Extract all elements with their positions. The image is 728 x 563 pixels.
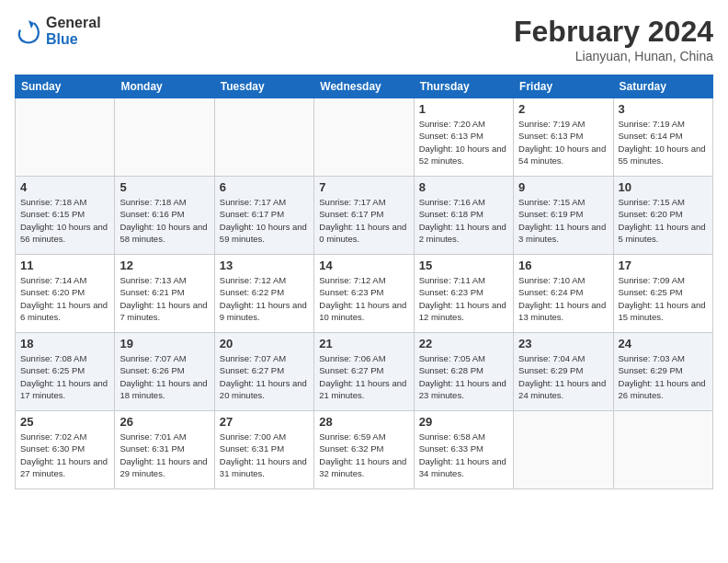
day-info: Sunrise: 7:19 AMSunset: 6:13 PMDaylight:…: [518, 118, 608, 167]
calendar-cell: [613, 411, 712, 489]
calendar-cell: 11Sunrise: 7:14 AMSunset: 6:20 PMDayligh…: [16, 255, 115, 333]
weekday-header: Sunday: [16, 75, 115, 98]
weekday-header: Friday: [514, 75, 613, 98]
weekday-header: Tuesday: [214, 75, 313, 98]
day-number: 11: [20, 259, 109, 272]
logo: General Blue: [15, 15, 101, 48]
calendar-cell: [115, 98, 214, 177]
weekday-header: Thursday: [414, 75, 513, 98]
calendar-cell: 29Sunrise: 6:58 AMSunset: 6:33 PMDayligh…: [414, 411, 513, 489]
day-number: 13: [220, 259, 309, 272]
day-number: 1: [419, 102, 508, 116]
day-number: 12: [119, 259, 209, 272]
calendar-cell: 12Sunrise: 7:13 AMSunset: 6:21 PMDayligh…: [115, 255, 214, 333]
day-info: Sunrise: 7:15 AMSunset: 6:20 PMDaylight:…: [619, 196, 708, 245]
day-info: Sunrise: 7:19 AMSunset: 6:14 PMDaylight:…: [619, 118, 708, 167]
calendar-cell: [314, 98, 414, 177]
day-number: 3: [619, 102, 708, 116]
calendar-cell: 3Sunrise: 7:19 AMSunset: 6:14 PMDaylight…: [613, 98, 712, 177]
day-number: 2: [518, 102, 608, 116]
day-number: 25: [20, 415, 109, 429]
logo-text: General Blue: [46, 15, 101, 48]
calendar-week-row: 4Sunrise: 7:18 AMSunset: 6:15 PMDaylight…: [16, 177, 713, 255]
day-number: 4: [20, 180, 109, 194]
day-info: Sunrise: 7:11 AMSunset: 6:23 PMDaylight:…: [419, 274, 508, 323]
calendar-cell: 7Sunrise: 7:17 AMSunset: 6:17 PMDaylight…: [314, 177, 414, 255]
calendar-cell: 6Sunrise: 7:17 AMSunset: 6:17 PMDaylight…: [214, 177, 313, 255]
calendar-cell: 4Sunrise: 7:18 AMSunset: 6:15 PMDaylight…: [16, 177, 115, 255]
day-number: 20: [220, 337, 309, 350]
day-info: Sunrise: 7:20 AMSunset: 6:13 PMDaylight:…: [419, 118, 508, 167]
calendar-week-row: 1Sunrise: 7:20 AMSunset: 6:13 PMDaylight…: [16, 98, 713, 177]
calendar-cell: 26Sunrise: 7:01 AMSunset: 6:31 PMDayligh…: [115, 411, 214, 489]
day-number: 29: [419, 415, 508, 429]
calendar-cell: [514, 411, 613, 489]
calendar-cell: 19Sunrise: 7:07 AMSunset: 6:26 PMDayligh…: [115, 333, 214, 411]
day-info: Sunrise: 7:07 AMSunset: 6:27 PMDaylight:…: [220, 352, 309, 401]
day-info: Sunrise: 7:02 AMSunset: 6:30 PMDaylight:…: [20, 431, 109, 479]
weekday-header: Wednesday: [314, 75, 414, 98]
calendar-cell: 18Sunrise: 7:08 AMSunset: 6:25 PMDayligh…: [16, 333, 115, 411]
month-title: February 2024: [514, 15, 713, 49]
day-number: 19: [119, 337, 209, 350]
day-info: Sunrise: 7:09 AMSunset: 6:25 PMDaylight:…: [619, 274, 708, 323]
day-number: 16: [518, 259, 608, 272]
calendar-cell: 20Sunrise: 7:07 AMSunset: 6:27 PMDayligh…: [214, 333, 313, 411]
day-number: 6: [220, 180, 309, 194]
day-number: 10: [619, 180, 708, 194]
calendar-cell: 15Sunrise: 7:11 AMSunset: 6:23 PMDayligh…: [414, 255, 513, 333]
day-info: Sunrise: 7:01 AMSunset: 6:31 PMDaylight:…: [119, 431, 209, 479]
day-info: Sunrise: 7:08 AMSunset: 6:25 PMDaylight:…: [20, 352, 109, 401]
day-number: 21: [319, 337, 408, 350]
day-info: Sunrise: 7:16 AMSunset: 6:18 PMDaylight:…: [419, 196, 508, 245]
calendar-cell: [16, 98, 115, 177]
day-number: 22: [419, 337, 508, 350]
day-number: 8: [419, 180, 508, 194]
calendar-cell: 22Sunrise: 7:05 AMSunset: 6:28 PMDayligh…: [414, 333, 513, 411]
day-info: Sunrise: 7:13 AMSunset: 6:21 PMDaylight:…: [119, 274, 209, 323]
day-info: Sunrise: 7:12 AMSunset: 6:23 PMDaylight:…: [319, 274, 408, 323]
calendar-cell: 28Sunrise: 6:59 AMSunset: 6:32 PMDayligh…: [314, 411, 414, 489]
day-info: Sunrise: 7:15 AMSunset: 6:19 PMDaylight:…: [518, 196, 608, 245]
calendar-cell: 13Sunrise: 7:12 AMSunset: 6:22 PMDayligh…: [214, 255, 313, 333]
calendar-cell: 25Sunrise: 7:02 AMSunset: 6:30 PMDayligh…: [16, 411, 115, 489]
calendar-cell: 24Sunrise: 7:03 AMSunset: 6:29 PMDayligh…: [613, 333, 712, 411]
calendar-cell: 27Sunrise: 7:00 AMSunset: 6:31 PMDayligh…: [214, 411, 313, 489]
day-number: 7: [319, 180, 408, 194]
day-info: Sunrise: 7:00 AMSunset: 6:31 PMDaylight:…: [220, 431, 309, 479]
day-number: 23: [518, 337, 608, 350]
day-info: Sunrise: 7:17 AMSunset: 6:17 PMDaylight:…: [220, 196, 309, 245]
calendar-cell: 2Sunrise: 7:19 AMSunset: 6:13 PMDaylight…: [514, 98, 613, 177]
day-info: Sunrise: 6:59 AMSunset: 6:32 PMDaylight:…: [319, 431, 408, 479]
calendar-cell: 17Sunrise: 7:09 AMSunset: 6:25 PMDayligh…: [613, 255, 712, 333]
calendar-cell: 21Sunrise: 7:06 AMSunset: 6:27 PMDayligh…: [314, 333, 414, 411]
day-number: 18: [20, 337, 109, 350]
day-info: Sunrise: 7:17 AMSunset: 6:17 PMDaylight:…: [319, 196, 408, 245]
logo-icon: [15, 17, 42, 45]
calendar-cell: 16Sunrise: 7:10 AMSunset: 6:24 PMDayligh…: [514, 255, 613, 333]
day-number: 28: [319, 415, 408, 429]
location: Lianyuan, Hunan, China: [514, 49, 713, 63]
title-section: February 2024 Lianyuan, Hunan, China: [514, 15, 713, 63]
calendar: SundayMondayTuesdayWednesdayThursdayFrid…: [15, 75, 713, 489]
calendar-cell: 1Sunrise: 7:20 AMSunset: 6:13 PMDaylight…: [414, 98, 513, 177]
day-number: 17: [619, 259, 708, 272]
day-number: 15: [419, 259, 508, 272]
day-number: 24: [619, 337, 708, 350]
day-info: Sunrise: 7:18 AMSunset: 6:15 PMDaylight:…: [20, 196, 109, 245]
calendar-cell: 10Sunrise: 7:15 AMSunset: 6:20 PMDayligh…: [613, 177, 712, 255]
day-info: Sunrise: 7:05 AMSunset: 6:28 PMDaylight:…: [419, 352, 508, 401]
calendar-cell: [214, 98, 313, 177]
day-info: Sunrise: 7:06 AMSunset: 6:27 PMDaylight:…: [319, 352, 408, 401]
calendar-cell: 8Sunrise: 7:16 AMSunset: 6:18 PMDaylight…: [414, 177, 513, 255]
day-info: Sunrise: 7:10 AMSunset: 6:24 PMDaylight:…: [518, 274, 608, 323]
calendar-cell: 9Sunrise: 7:15 AMSunset: 6:19 PMDaylight…: [514, 177, 613, 255]
calendar-cell: 5Sunrise: 7:18 AMSunset: 6:16 PMDaylight…: [115, 177, 214, 255]
day-info: Sunrise: 7:14 AMSunset: 6:20 PMDaylight:…: [20, 274, 109, 323]
day-info: Sunrise: 6:58 AMSunset: 6:33 PMDaylight:…: [419, 431, 508, 479]
calendar-week-row: 18Sunrise: 7:08 AMSunset: 6:25 PMDayligh…: [16, 333, 713, 411]
day-info: Sunrise: 7:03 AMSunset: 6:29 PMDaylight:…: [619, 352, 708, 401]
day-info: Sunrise: 7:18 AMSunset: 6:16 PMDaylight:…: [119, 196, 209, 245]
calendar-week-row: 11Sunrise: 7:14 AMSunset: 6:20 PMDayligh…: [16, 255, 713, 333]
calendar-header-row: SundayMondayTuesdayWednesdayThursdayFrid…: [16, 75, 713, 98]
